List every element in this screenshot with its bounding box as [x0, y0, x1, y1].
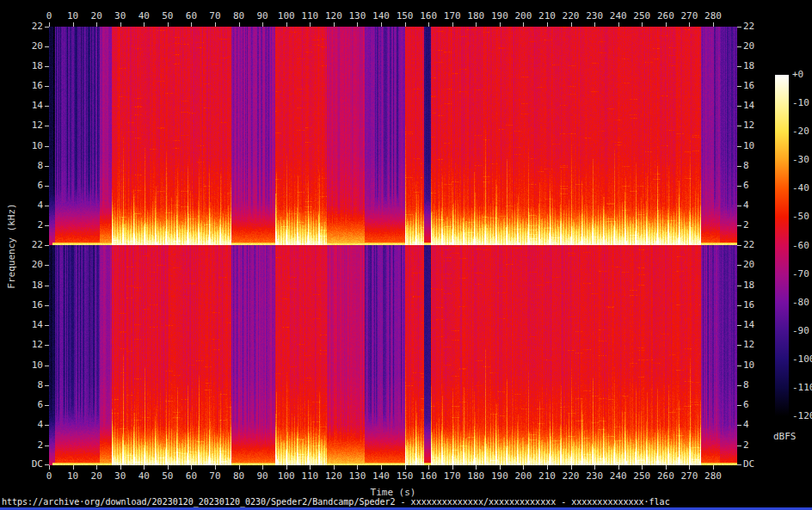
freq-tick-left	[45, 126, 49, 126]
time-tick-top	[96, 22, 97, 27]
time-tick-top	[120, 22, 121, 27]
freq-tick-left	[45, 146, 49, 147]
time-tick-bottom	[713, 465, 714, 470]
freq-tick-label-left: 12	[17, 340, 43, 350]
freq-tick-right	[737, 445, 741, 446]
time-tick-label-bottom: 270	[680, 471, 698, 482]
time-tick-top	[571, 22, 572, 27]
freq-tick-label-left: 10	[17, 141, 43, 151]
freq-tick-label-right: 14	[743, 320, 772, 330]
freq-tick-right	[737, 46, 741, 47]
freq-tick-right	[737, 385, 741, 386]
time-tick-label-top: 220	[563, 11, 580, 22]
time-tick-bottom	[286, 465, 287, 470]
freq-tick-left	[45, 166, 49, 167]
time-tick-top	[49, 22, 50, 27]
freq-tick-label-right: 16	[743, 81, 772, 91]
time-tick-label-top: 160	[420, 11, 437, 22]
freq-tick-left	[45, 46, 49, 47]
time-tick-label-top: 280	[704, 11, 722, 22]
time-tick-bottom	[594, 465, 595, 470]
freq-tick-left	[45, 366, 49, 366]
freq-tick-left	[45, 425, 49, 426]
time-tick-label-top: 180	[467, 11, 484, 22]
freq-tick-right	[737, 325, 741, 326]
freq-tick-label-left: 6	[17, 181, 43, 191]
freq-tick-label-right: 2	[743, 440, 772, 451]
time-tick-bottom	[357, 465, 358, 470]
time-tick-label-bottom: 150	[397, 471, 414, 482]
time-tick-top	[310, 22, 311, 27]
time-tick-label-bottom: 90	[257, 471, 268, 482]
time-tick-label-bottom: 250	[633, 471, 650, 482]
time-tick-top	[168, 22, 169, 27]
time-tick-top	[547, 22, 548, 27]
time-tick-bottom	[144, 465, 145, 470]
time-tick-label-top: 270	[680, 11, 698, 22]
time-tick-bottom	[310, 465, 311, 470]
freq-tick-label-right: 18	[743, 280, 772, 291]
colorbar	[775, 75, 789, 416]
freq-tick-label-right: 10	[743, 360, 772, 371]
freq-tick-label-right: 20	[743, 260, 772, 270]
freq-tick-left	[45, 464, 49, 465]
freq-tick-left	[45, 186, 49, 187]
y-axis-title: Frequency (kHz)	[6, 203, 17, 288]
time-tick-top	[239, 22, 240, 27]
time-tick-label-bottom: 240	[610, 471, 627, 482]
freq-tick-right	[737, 305, 741, 306]
time-tick-label-top: 130	[348, 11, 366, 22]
freq-tick-label-right: 12	[743, 120, 772, 131]
time-tick-label-top: 50	[162, 11, 173, 22]
freq-tick-label-right: 4	[743, 200, 772, 211]
colorbar-tick-label: -50	[792, 212, 809, 222]
time-tick-bottom	[120, 465, 121, 470]
time-tick-top	[476, 22, 477, 27]
freq-tick-label-left: 20	[17, 41, 43, 52]
freq-tick-left	[45, 66, 49, 67]
time-tick-bottom	[500, 465, 501, 470]
time-tick-label-bottom: 60	[186, 471, 197, 482]
freq-tick-label-left: 18	[17, 61, 43, 71]
time-tick-top	[286, 22, 287, 27]
time-tick-label-top: 230	[586, 11, 603, 22]
freq-tick-right	[737, 464, 741, 465]
freq-tick-right	[737, 286, 741, 286]
spectrogram-channel-1	[49, 27, 737, 245]
freq-tick-right	[737, 146, 741, 147]
freq-tick-right	[737, 206, 741, 206]
freq-tick-left	[45, 325, 49, 326]
freq-tick-left	[45, 305, 49, 306]
time-tick-label-top: 30	[114, 11, 126, 22]
footer-url-text: https://archive·org/download/20230120_20…	[2, 497, 670, 507]
time-tick-top	[73, 22, 74, 27]
freq-tick-label-right: 22	[743, 22, 772, 32]
time-tick-top	[713, 22, 714, 27]
freq-tick-right	[737, 166, 741, 167]
time-tick-top	[215, 22, 216, 27]
time-tick-top	[357, 22, 358, 27]
freq-tick-label-left: DC	[17, 459, 43, 470]
time-tick-bottom	[239, 465, 240, 470]
freq-tick-label-right: 10	[743, 141, 772, 151]
time-tick-label-top: 260	[657, 11, 674, 22]
freq-tick-left	[45, 106, 49, 107]
freq-tick-left	[45, 27, 49, 28]
time-tick-label-top: 10	[67, 11, 78, 22]
freq-tick-right	[737, 27, 741, 28]
time-tick-label-top: 70	[209, 11, 220, 22]
time-tick-label-bottom: 0	[46, 471, 52, 482]
colorbar-tick-label: +0	[792, 70, 803, 80]
time-tick-label-bottom: 210	[538, 471, 556, 482]
freq-tick-right	[737, 265, 741, 266]
freq-tick-label-right: 4	[743, 420, 772, 430]
time-tick-bottom	[547, 465, 548, 470]
colorbar-tick-label: -70	[792, 269, 809, 280]
freq-tick-left	[45, 225, 49, 226]
freq-tick-label-left: 2	[17, 440, 43, 451]
colorbar-tick-label: -110	[792, 383, 812, 393]
time-tick-bottom	[428, 465, 429, 470]
time-tick-label-bottom: 280	[704, 471, 722, 482]
time-tick-bottom	[334, 465, 335, 470]
time-tick-label-top: 190	[491, 11, 508, 22]
